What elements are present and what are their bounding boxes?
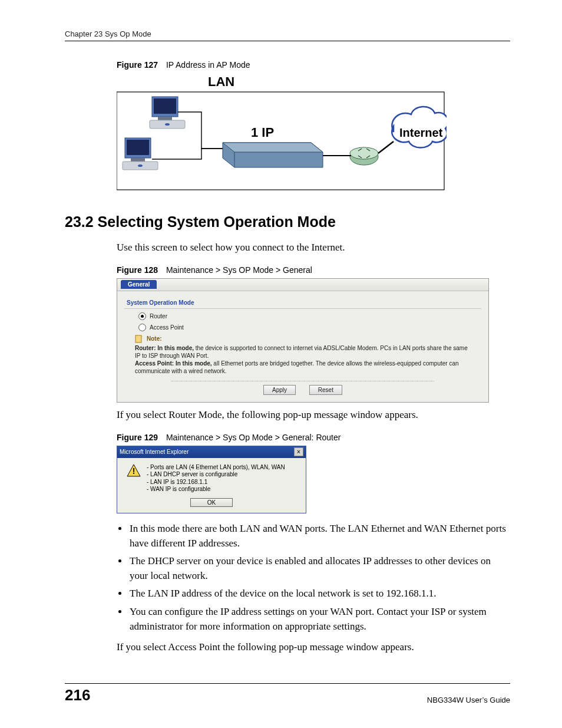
warning-icon: ! — [127, 464, 141, 493]
pc-icon — [150, 97, 185, 129]
figure129-title: Maintenance > Sys Op Mode > General: Rou… — [166, 433, 341, 442]
radio-router-label: Router — [150, 313, 167, 319]
radio-access-point[interactable] — [138, 324, 146, 331]
svg-point-10 — [138, 164, 143, 167]
svg-rect-7 — [127, 140, 149, 155]
figure127-label: Figure 127 — [117, 60, 158, 70]
figure127-diagram: LAN — [117, 73, 447, 191]
note-router-text: Router: In this mode, the device is supp… — [135, 344, 474, 360]
internet-cloud: Internet — [392, 107, 447, 148]
radio-access-point-label: Access Point — [150, 324, 184, 331]
tab-general[interactable]: General — [121, 280, 157, 289]
pc-icon — [123, 138, 158, 170]
tabbar: General — [117, 279, 488, 291]
popup-line: - Ports are LAN (4 Ethernet LAN ports), … — [147, 464, 285, 472]
figure129-popup: Microsoft Internet Explorer × ! - Ports … — [117, 446, 306, 513]
svg-rect-18 — [135, 335, 141, 342]
svg-text:!: ! — [133, 466, 135, 476]
popup-line: - LAN DHCP server is configurable — [147, 471, 285, 479]
svg-marker-12 — [223, 143, 323, 152]
figure127-title: IP Address in AP Mode — [166, 60, 250, 70]
list-item: You can configure the IP address setting… — [128, 605, 510, 634]
figure129-label: Figure 129 — [117, 433, 158, 442]
lan-label: LAN — [208, 74, 234, 89]
svg-rect-3 — [158, 117, 172, 120]
list-item: In this mode there are both LAN and WAN … — [128, 522, 510, 551]
radio-router[interactable] — [138, 312, 146, 320]
note-icon — [135, 335, 143, 343]
section-heading: 23.2 Selecting System Operation Mode — [65, 213, 510, 230]
figure128-label: Figure 128 — [117, 265, 158, 275]
list-item: The DHCP server on your device is enable… — [128, 554, 510, 583]
bullet-list: In this mode there are both LAN and WAN … — [128, 522, 510, 634]
popup-line: - WAN IP is configurable — [147, 486, 285, 493]
figure128-caption: Figure 128 Maintenance > Sys OP Mode > G… — [117, 265, 510, 275]
figure128-title: Maintenance > Sys OP Mode > General — [166, 265, 312, 275]
oneip-label: 1 IP — [251, 125, 274, 140]
post128-text: If you select Router Mode, the following… — [117, 409, 510, 422]
svg-line-17 — [378, 141, 394, 153]
modem-icon — [350, 147, 378, 165]
ok-button[interactable]: OK — [190, 498, 233, 507]
figure128-screenshot: General System Operation Mode Router Acc… — [117, 278, 489, 403]
svg-rect-2 — [154, 98, 176, 114]
guide-name: NBG334W User’s Guide — [427, 696, 510, 704]
popup-title-text: Microsoft Internet Explorer — [120, 449, 189, 455]
list-item: The LAN IP address of the device on the … — [128, 587, 510, 601]
page-number: 216 — [65, 686, 90, 704]
svg-point-5 — [165, 123, 170, 126]
intro-text: Use this screen to select how you connec… — [117, 241, 510, 255]
apply-button[interactable]: Apply — [263, 385, 296, 395]
note-ap-text: Access Point: In this mode, all Ethernet… — [135, 360, 474, 375]
panel-title: System Operation Mode — [124, 296, 481, 309]
chapter-header: Chapter 23 Sys Op Mode — [65, 29, 510, 41]
figure129-caption: Figure 129 Maintenance > Sys Op Mode > G… — [117, 433, 510, 442]
svg-rect-8 — [131, 158, 145, 162]
figure127-caption: Figure 127 IP Address in AP Mode — [117, 60, 510, 70]
internet-label: Internet — [399, 126, 443, 139]
close-icon[interactable]: × — [294, 447, 303, 456]
reset-button[interactable]: Reset — [309, 385, 342, 395]
page-footer: 216 NBG334W User’s Guide — [65, 683, 510, 704]
router-icon — [223, 143, 323, 167]
note-label: Note: — [147, 335, 162, 342]
postbullets-text: If you select Access Point the following… — [117, 641, 510, 654]
svg-point-15 — [350, 147, 378, 159]
popup-line: - LAN IP is 192.168.1.1 — [147, 479, 285, 486]
popup-titlebar: Microsoft Internet Explorer × — [117, 446, 306, 458]
button-row: Apply Reset — [171, 381, 434, 395]
popup-message: - Ports are LAN (4 Ethernet LAN ports), … — [147, 464, 285, 493]
